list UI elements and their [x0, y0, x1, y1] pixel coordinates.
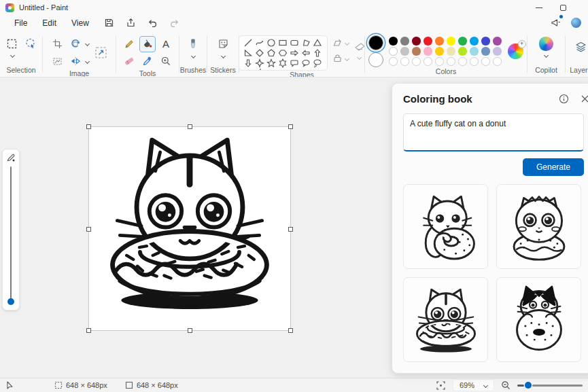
layers-button[interactable] — [572, 39, 588, 55]
palette-color[interactable] — [423, 37, 432, 46]
palette-color[interactable] — [458, 47, 467, 56]
shape-thought-bubble[interactable] — [313, 58, 322, 68]
rectangle-select-button[interactable] — [3, 35, 20, 52]
shape-outline-icon[interactable] — [332, 38, 343, 48]
shape-triangle[interactable] — [313, 38, 322, 48]
maximize-button[interactable] — [560, 5, 566, 11]
flip-dropdown-chevron[interactable] — [84, 58, 89, 63]
thumbnail-cat-hugging-donut[interactable] — [403, 184, 488, 269]
copilot-dropdown-chevron[interactable] — [544, 53, 549, 58]
shape-four-point-star[interactable] — [255, 58, 264, 68]
shape-style-dropdown-chevron[interactable] — [357, 55, 362, 60]
generate-button[interactable]: Generate — [523, 158, 584, 176]
shape-style-icon[interactable] — [353, 41, 366, 52]
outline-dropdown-chevron[interactable] — [344, 41, 349, 46]
shape-hexagon[interactable] — [278, 48, 288, 58]
palette-empty-slot[interactable] — [481, 57, 490, 66]
color-picker-tool[interactable] — [139, 53, 156, 69]
account-avatar[interactable] — [571, 18, 581, 28]
shapes-gallery[interactable] — [239, 35, 328, 71]
fit-to-screen-icon[interactable] — [436, 380, 446, 391]
palette-empty-slot[interactable] — [493, 57, 502, 66]
foreground-color-swatch[interactable] — [368, 35, 383, 50]
palette-color[interactable] — [493, 47, 502, 56]
shape-fill-icon[interactable] — [332, 54, 343, 64]
selection-handle-bottom-center[interactable] — [188, 328, 192, 333]
resize-button[interactable] — [93, 44, 109, 60]
rotate-dropdown-chevron[interactable] — [84, 41, 89, 46]
canvas[interactable] — [88, 126, 291, 331]
selection-handle-top-left[interactable] — [86, 124, 91, 129]
shape-round-speech-bubble[interactable] — [301, 58, 311, 68]
menu-view[interactable]: View — [64, 16, 97, 30]
palette-empty-slot[interactable] — [470, 57, 479, 66]
palette-color[interactable] — [400, 47, 409, 56]
palette-color[interactable] — [470, 37, 479, 46]
brushes-dropdown-chevron[interactable] — [190, 54, 195, 58]
palette-color[interactable] — [470, 47, 479, 56]
minimize-button[interactable] — [536, 7, 542, 8]
palette-empty-slot[interactable] — [412, 57, 421, 66]
prompt-input[interactable]: A cute fluffy cat on a donut — [403, 113, 584, 152]
selection-handle-bottom-left[interactable] — [86, 328, 91, 333]
selection-handle-middle-left[interactable] — [86, 227, 91, 232]
rotate-button[interactable] — [67, 35, 84, 52]
selection-handle-bottom-right[interactable] — [288, 328, 293, 333]
zoom-slider-thumb[interactable] — [525, 382, 532, 389]
zoom-slider[interactable] — [517, 382, 583, 389]
size-slider-track[interactable] — [10, 166, 12, 301]
shape-diamond[interactable] — [255, 48, 264, 58]
palette-color[interactable] — [412, 37, 421, 46]
save-button[interactable] — [101, 16, 118, 31]
palette-empty-slot[interactable] — [423, 57, 432, 66]
shape-rounded-rectangle[interactable] — [290, 38, 299, 48]
eraser-tool[interactable] — [121, 53, 137, 69]
palette-color[interactable] — [447, 37, 455, 46]
selection-dropdown-chevron[interactable] — [10, 53, 14, 58]
magic-select-button[interactable] — [50, 53, 66, 69]
selection-handle-top-right[interactable] — [288, 124, 293, 129]
stickers-dropdown-chevron[interactable] — [220, 54, 225, 58]
palette-color[interactable] — [481, 47, 490, 56]
palette-color[interactable] — [389, 37, 398, 46]
thumbnail-tuxedo-cat-on-donut[interactable] — [496, 277, 581, 362]
fill-tool[interactable] — [139, 36, 156, 52]
shape-curve[interactable] — [255, 38, 264, 48]
selection-handle-middle-right[interactable] — [288, 227, 293, 232]
shape-right-triangle[interactable] — [243, 48, 253, 58]
close-icon[interactable] — [581, 94, 588, 103]
edit-colors-button[interactable] — [508, 43, 523, 59]
flip-button[interactable] — [67, 53, 84, 69]
thumbnail-cat-head-in-donut[interactable] — [403, 277, 488, 362]
shape-pentagon[interactable] — [266, 48, 276, 58]
palette-color[interactable] — [435, 47, 444, 56]
palette-empty-slot[interactable] — [447, 57, 455, 66]
palette-empty-slot[interactable] — [435, 57, 444, 66]
palette-color[interactable] — [400, 37, 409, 46]
shape-polygon[interactable] — [301, 38, 311, 48]
magnifier-tool[interactable] — [158, 53, 174, 69]
palette-empty-slot[interactable] — [458, 57, 467, 66]
pencil-tool[interactable] — [121, 36, 137, 52]
selection-handle-top-center[interactable] — [188, 124, 192, 129]
background-color-swatch[interactable] — [368, 52, 383, 67]
palette-empty-slot[interactable] — [400, 57, 409, 66]
menu-edit[interactable]: Edit — [35, 16, 64, 30]
palette-color[interactable] — [423, 47, 432, 56]
palette-color[interactable] — [447, 47, 455, 56]
shape-lightning[interactable] — [255, 69, 264, 71]
menu-file[interactable]: File — [7, 16, 35, 30]
fill-dropdown-chevron[interactable] — [344, 56, 349, 61]
shape-arrow-down[interactable] — [243, 58, 253, 68]
palette-color[interactable] — [389, 47, 398, 56]
shape-arrow-left[interactable] — [301, 48, 311, 58]
shape-line[interactable] — [243, 38, 253, 48]
text-tool[interactable]: A — [158, 36, 174, 52]
shape-six-point-star[interactable] — [278, 58, 288, 68]
zoom-out-icon[interactable] — [501, 380, 511, 390]
feedback-button[interactable] — [551, 17, 561, 29]
shape-five-point-star[interactable] — [266, 58, 276, 68]
palette-empty-slot[interactable] — [389, 57, 398, 66]
thumbnail-fluffy-cat-on-donut[interactable] — [496, 184, 581, 269]
copilot-button[interactable] — [538, 35, 555, 52]
